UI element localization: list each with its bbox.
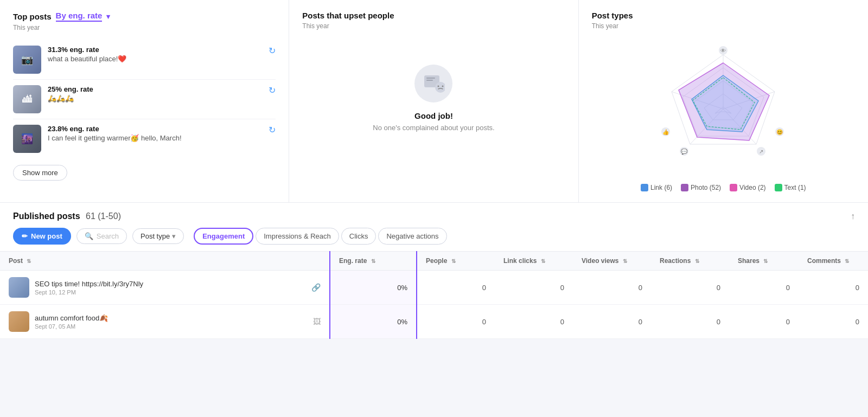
top-posts-list: 📷 31.3% eng. rate what a beautiful place… [13,40,276,158]
table-row: autumn comfort food🍂 Sept 07, 05 AM 🖼 0%… [0,305,868,339]
post-types-title: Post types [592,11,855,20]
list-item: 📷 31.3% eng. rate what a beautiful place… [13,40,276,80]
col-videoviews-label: Video views [582,257,618,265]
posts-table: Post ⇅ Eng. rate ⇅ People ⇅ Link clicks … [0,251,868,339]
export-icon[interactable]: ↑ [851,211,855,221]
tab-engagement[interactable]: Engagement [194,228,253,245]
published-posts-section: Published posts 61 (1-50) ↑ ✏ New post 🔍… [0,203,868,339]
post-type-label: Post type [141,232,170,240]
upset-people-card: Posts that upset people This year Good j… [289,0,578,202]
radar-chart-container: 👁 😊 ↗ 💬 👍 [592,39,855,191]
post-types-period: This year [592,22,855,30]
chevron-down-icon: ▾ [172,232,176,240]
upset-people-period: This year [302,22,565,30]
published-header: Published posts 61 (1-50) ↑ [0,203,868,221]
post-thumbnail: 🏙 [13,85,41,113]
post-text: 🛵🛵🛵 [48,94,262,102]
empty-state-subtitle: No one's complained about your posts. [373,124,494,132]
search-box[interactable]: 🔍 Search [76,228,127,244]
legend-label-photo: Photo (52) [691,184,721,191]
post-info: 23.8% eng. rate I can feel it getting wa… [48,125,262,142]
svg-text:↗: ↗ [759,149,763,155]
col-header-engrate[interactable]: Eng. rate ⇅ [330,252,417,271]
col-comments-label: Comments [807,257,841,265]
post-type-dropdown[interactable]: Post type ▾ [132,228,184,244]
search-placeholder: Search [97,232,119,240]
tab-impressions-reach[interactable]: Impressions & Reach [256,228,339,245]
eng-rate-filter[interactable]: By eng. rate [56,11,103,22]
svg-point-2 [438,86,439,87]
post-cell-content: SEO tips time! https://bit.ly/3ry7Nly Se… [9,277,321,298]
svg-text:👁: 👁 [720,48,726,54]
sort-icon: ⇅ [451,258,456,264]
published-count: 61 (1-50) [86,211,121,221]
upset-icon [414,65,452,102]
col-header-video-views[interactable]: Video views ⇅ [573,252,651,271]
legend-label-video: Video (2) [739,184,765,191]
upset-title-text: Posts that upset people [302,11,394,20]
top-posts-card: Top posts By eng. rate ▾ This year 📷 31.… [0,0,289,202]
post-cell-info: SEO tips time! https://bit.ly/3ry7Nly Se… [35,280,302,296]
search-icon: 🔍 [85,232,93,240]
top-posts-title-text: Top posts [13,12,52,21]
post-rate: 31.3% eng. rate [48,46,262,54]
legend-item-video: Video (2) [730,184,765,191]
post-rate: 23.8% eng. rate [48,125,262,133]
eng-rate-cell: 0% [330,305,417,339]
col-header-shares[interactable]: Shares ⇅ [729,252,799,271]
refresh-icon[interactable]: ↻ [269,46,276,56]
reactions-cell: 0 [651,305,729,339]
new-post-icon: ✏ [22,232,28,240]
col-people-label: People [426,257,447,265]
chevron-down-icon[interactable]: ▾ [106,12,110,21]
post-cell-date: Sept 07, 05 AM [35,323,303,330]
svg-text:😊: 😊 [776,129,783,136]
col-reactions-label: Reactions [660,257,691,265]
col-header-link-clicks[interactable]: Link clicks ⇅ [495,252,573,271]
comments-cell: 0 [799,305,868,339]
legend-item-text: Text (1) [775,184,806,191]
published-title: Published posts 61 (1-50) [13,211,121,221]
tab-negative-actions[interactable]: Negative actions [378,228,446,245]
refresh-icon[interactable]: ↻ [269,125,276,135]
post-thumbnail: 🌆 [13,125,41,153]
sort-icon: ⇅ [845,258,849,264]
list-item: 🏙 25% eng. rate 🛵🛵🛵 ↻ [13,80,276,119]
col-engrate-label: Eng. rate [339,257,367,265]
col-header-comments[interactable]: Comments ⇅ [799,252,868,271]
post-types-card: Post types This year [579,0,868,202]
top-posts-title: Top posts By eng. rate ▾ [13,11,276,22]
show-more-button[interactable]: Show more [13,165,67,181]
post-thumbnail [9,277,29,298]
post-info: 25% eng. rate 🛵🛵🛵 [48,85,262,102]
toolbar: ✏ New post 🔍 Search Post type ▾ Engageme… [0,221,868,251]
legend-dot-photo [681,184,688,191]
empty-state-title: Good job! [414,111,453,120]
col-header-post[interactable]: Post ⇅ [0,252,330,271]
col-shares-label: Shares [738,257,760,265]
post-thumbnail [9,311,29,332]
tab-clicks[interactable]: Clicks [341,228,376,245]
people-cell: 0 [417,271,495,305]
legend-item-link: Link (6) [641,184,672,191]
svg-rect-5 [426,80,433,81]
legend-dot-text [775,184,782,191]
new-post-button[interactable]: ✏ New post [13,228,71,245]
post-rate: 25% eng. rate [48,85,262,93]
sort-icon: ⇅ [623,258,627,264]
svg-rect-4 [426,78,435,79]
eng-rate-cell: 0% [330,271,417,305]
sort-icon: ⇅ [763,258,768,264]
video-views-cell: 0 [573,305,651,339]
post-types-title-text: Post types [592,11,633,20]
sort-icon: ⇅ [541,258,545,264]
radar-legend: Link (6) Photo (52) Video (2) Text (1) [641,184,806,191]
view-tabs: Engagement Impressions & Reach Clicks Ne… [194,228,446,245]
sort-icon: ⇅ [695,258,699,264]
col-header-people[interactable]: People ⇅ [417,252,495,271]
people-cell: 0 [417,305,495,339]
legend-label-text: Text (1) [784,184,806,191]
upset-empty-state: Good job! No one's complained about your… [302,39,565,158]
refresh-icon[interactable]: ↻ [269,85,276,95]
col-header-reactions[interactable]: Reactions ⇅ [651,252,729,271]
